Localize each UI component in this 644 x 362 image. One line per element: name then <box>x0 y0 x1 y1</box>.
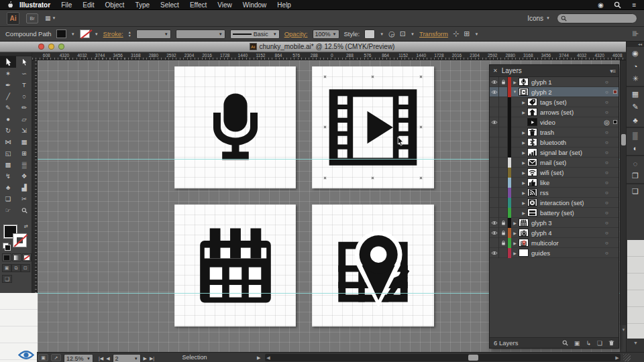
ellipse-tool[interactable]: ○ <box>16 90 32 102</box>
layer-row-rss[interactable]: ▶rss○ <box>490 188 619 198</box>
opacity-field[interactable]: 100%▼ <box>313 29 339 39</box>
lock-icon[interactable] <box>499 137 508 147</box>
style-swatch[interactable] <box>364 29 375 39</box>
free-transform-tool[interactable]: ▦ <box>16 136 32 147</box>
lock-icon[interactable] <box>499 248 508 258</box>
locate-object-icon[interactable] <box>562 340 568 346</box>
layer-row-tags-set-[interactable]: ▶tags (set)○ <box>490 97 619 107</box>
chevron-down-icon[interactable]: ▼ <box>474 32 478 36</box>
artboards-panel-panel-icon[interactable]: ❏ <box>627 185 644 198</box>
target-circle-icon[interactable]: ○ <box>602 129 612 135</box>
layer-row-glyph-4[interactable]: ▶glyph 4○ <box>490 228 619 238</box>
layer-row-mail-set-[interactable]: ▶mail (set)○ <box>490 158 619 168</box>
expand-panels-icon[interactable]: ◂◂ <box>627 42 644 47</box>
chevron-down-icon[interactable]: ▼ <box>95 32 99 36</box>
lock-icon[interactable] <box>499 107 508 117</box>
swatches-panel-icon[interactable]: ▦ <box>627 88 644 101</box>
lock-icon[interactable] <box>499 228 508 238</box>
screen-capture-icon[interactable]: ▣ <box>38 354 48 361</box>
target-circle-icon[interactable]: ○ <box>602 180 612 186</box>
menu-edit[interactable]: Edit <box>77 0 99 10</box>
close-icon[interactable]: ✕ <box>493 68 498 74</box>
lock-icon[interactable] <box>499 218 508 228</box>
layer-row-glyph-1[interactable]: ▶glyph 1○ <box>490 77 619 87</box>
stroke-color-well[interactable] <box>13 233 27 247</box>
lock-icon[interactable] <box>499 158 508 168</box>
microphone-artwork[interactable] <box>199 77 272 178</box>
scroll-left-icon[interactable]: ◀ <box>265 354 272 361</box>
rotate-tool[interactable]: ↻ <box>0 125 16 136</box>
expand-arrow-icon[interactable]: ▶ <box>520 110 527 115</box>
film-play-artwork[interactable] <box>325 78 421 177</box>
isolate-icon[interactable]: ⊞ <box>464 29 470 38</box>
stroke-swatch[interactable] <box>80 29 90 38</box>
scroll-right-icon[interactable]: ▶ <box>614 354 621 361</box>
visibility-eye-icon[interactable] <box>490 208 499 218</box>
target-circle-icon[interactable]: ○ <box>602 240 612 246</box>
column-graph-tool[interactable]: ▟ <box>16 182 32 193</box>
arrange-documents-button[interactable]: ▦▼ <box>45 15 56 21</box>
eyedropper-tool[interactable]: ↯ <box>0 170 16 182</box>
lock-icon[interactable] <box>499 87 508 97</box>
variable-width-profile[interactable]: Basic▼ <box>230 29 280 39</box>
layer-row-like[interactable]: ▶like○ <box>490 178 619 188</box>
visibility-eye-icon[interactable] <box>490 158 499 168</box>
lock-icon[interactable] <box>499 178 508 188</box>
visibility-eye-icon[interactable] <box>490 198 499 208</box>
visibility-eye-icon[interactable] <box>490 168 499 178</box>
target-circle-icon[interactable]: ○ <box>602 160 612 166</box>
lock-icon[interactable] <box>499 208 508 218</box>
blend-tool[interactable]: ❖ <box>16 170 32 182</box>
share-icon[interactable]: ↗ <box>51 354 61 361</box>
bridge-button[interactable]: Br <box>26 13 38 23</box>
workspace-switcher[interactable]: Icons▼ <box>527 15 550 22</box>
perspective-grid-tool[interactable]: ⊞ <box>16 147 32 159</box>
horizontal-scrollbar[interactable]: ◀ ▶ <box>265 354 621 361</box>
creative-cloud-icon[interactable]: ◉ <box>596 1 605 9</box>
stroke-link[interactable]: Stroke: <box>103 30 123 38</box>
none-button[interactable] <box>22 253 32 261</box>
lock-icon[interactable] <box>499 147 508 158</box>
paintbrush-tool[interactable]: ✎ <box>0 102 16 113</box>
pen-tool[interactable]: ✒ <box>0 79 16 90</box>
gradient-button[interactable] <box>12 253 21 261</box>
draw-normal-mode[interactable]: ▣ <box>2 264 11 272</box>
target-circle-icon[interactable]: ○ <box>602 250 612 256</box>
zoom-level-field[interactable]: 12.5%▼ <box>64 354 93 362</box>
layer-row-guides[interactable]: ▶guides○ <box>490 248 619 258</box>
expand-arrow-icon[interactable]: ▶ <box>520 200 527 205</box>
vertical-scrollbar-thumb[interactable] <box>621 134 626 145</box>
visibility-eye-icon[interactable] <box>490 137 499 147</box>
eraser-tool[interactable]: ▱ <box>16 113 32 125</box>
lock-icon[interactable] <box>499 127 508 137</box>
chevron-down-icon[interactable]: ▼ <box>380 32 384 36</box>
draw-inside-mode[interactable]: ⊡ <box>21 264 30 272</box>
clipping-mask-icon[interactable]: ▣ <box>574 340 580 347</box>
visibility-eye-icon[interactable] <box>490 188 499 198</box>
expand-arrow-icon[interactable]: ▶ <box>520 170 527 175</box>
default-fill-stroke-icon[interactable] <box>3 243 9 249</box>
expand-arrow-icon[interactable]: ▶ <box>520 160 527 165</box>
lock-icon[interactable] <box>499 188 508 198</box>
target-circle-icon[interactable]: ○ <box>602 109 612 115</box>
menu-select[interactable]: Select <box>155 0 184 10</box>
map-pin-artwork[interactable] <box>327 219 419 312</box>
lock-icon[interactable] <box>499 97 508 107</box>
apple-menu-icon[interactable] <box>5 1 14 9</box>
menu-file[interactable]: File <box>56 0 77 10</box>
target-circle-icon[interactable]: ○ <box>602 200 612 206</box>
first-artboard-button[interactable]: |◀ <box>99 356 103 361</box>
expand-arrow-icon[interactable]: ▶ <box>511 80 519 84</box>
document-setup-icon[interactable]: ◶ <box>388 29 395 38</box>
mesh-tool[interactable]: ▩ <box>0 159 16 170</box>
target-circle-icon[interactable]: ○ <box>602 210 612 216</box>
layer-row-arrows-set-[interactable]: ▶arrows (set)○ <box>490 107 619 117</box>
expand-arrow-icon[interactable]: ▶ <box>520 100 527 105</box>
visibility-eye-icon[interactable] <box>490 127 499 137</box>
status-expand-icon[interactable]: ▶ <box>257 353 260 362</box>
artboard-number-field[interactable]: 2▼ <box>113 354 141 362</box>
layer-row-signal-bar-set-[interactable]: ▶signal bar (set)○ <box>490 147 619 158</box>
new-sublayer-icon[interactable]: ↳ <box>586 340 591 347</box>
search-input[interactable] <box>557 13 637 23</box>
shape-builder-tool[interactable]: ◱ <box>0 147 16 159</box>
